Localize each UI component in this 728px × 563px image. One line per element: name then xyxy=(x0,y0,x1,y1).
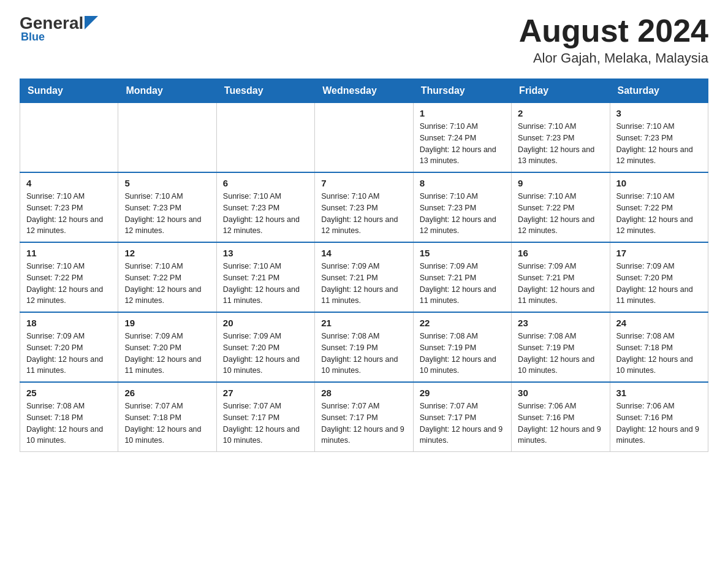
day-info-line: Sunrise: 7:08 AM xyxy=(321,332,379,340)
day-info-line: Daylight: 12 hours and 12 minutes. xyxy=(321,215,398,236)
day-info-line: Sunrise: 7:10 AM xyxy=(420,122,478,131)
day-info-line: Daylight: 12 hours and 12 minutes. xyxy=(124,215,201,236)
calendar-cell: 2Sunrise: 7:10 AMSunset: 7:23 PMDaylight… xyxy=(512,103,610,173)
day-info-line: Sunset: 7:24 PM xyxy=(420,134,476,142)
day-info-line: Sunset: 7:22 PM xyxy=(518,204,574,212)
day-info-line: Sunrise: 7:06 AM xyxy=(518,402,576,410)
day-info-line: Daylight: 12 hours and 11 minutes. xyxy=(124,355,201,375)
day-info-line: Daylight: 12 hours and 12 minutes. xyxy=(518,215,594,236)
day-info-line: Daylight: 12 hours and 10 minutes. xyxy=(518,355,594,375)
day-info-line: Sunset: 7:20 PM xyxy=(26,343,83,352)
calendar-cell: 4Sunrise: 7:10 AMSunset: 7:23 PMDaylight… xyxy=(20,172,118,242)
calendar-cell: 19Sunrise: 7:09 AMSunset: 7:20 PMDayligh… xyxy=(118,312,216,382)
day-info: Sunrise: 7:10 AMSunset: 7:23 PMDaylight:… xyxy=(223,191,308,237)
day-info: Sunrise: 7:10 AMSunset: 7:23 PMDaylight:… xyxy=(616,121,702,167)
day-info-line: Daylight: 12 hours and 9 minutes. xyxy=(420,425,503,445)
calendar-cell: 25Sunrise: 7:08 AMSunset: 7:18 PMDayligh… xyxy=(20,382,118,452)
day-info-line: Sunset: 7:19 PM xyxy=(321,343,377,352)
calendar-cell: 22Sunrise: 7:08 AMSunset: 7:19 PMDayligh… xyxy=(413,312,511,382)
day-number: 24 xyxy=(616,318,702,328)
day-number: 4 xyxy=(26,178,112,188)
day-info-line: Sunset: 7:17 PM xyxy=(420,413,476,422)
day-info-line: Sunset: 7:20 PM xyxy=(223,343,279,352)
day-info-line: Sunrise: 7:10 AM xyxy=(223,192,281,201)
day-info-line: Sunrise: 7:09 AM xyxy=(420,262,478,270)
calendar-table: SundayMondayTuesdayWednesdayThursdayFrid… xyxy=(20,79,708,452)
day-info-line: Sunrise: 7:10 AM xyxy=(518,192,576,201)
day-number: 29 xyxy=(420,388,505,398)
day-info-line: Sunrise: 7:09 AM xyxy=(124,332,183,340)
calendar-cell: 12Sunrise: 7:10 AMSunset: 7:22 PMDayligh… xyxy=(118,242,216,312)
day-number: 12 xyxy=(124,248,210,258)
calendar-cell: 10Sunrise: 7:10 AMSunset: 7:22 PMDayligh… xyxy=(610,172,708,242)
day-number: 5 xyxy=(124,178,210,188)
day-number: 31 xyxy=(616,388,702,398)
day-info: Sunrise: 7:07 AMSunset: 7:17 PMDaylight:… xyxy=(420,400,505,446)
day-info-line: Daylight: 12 hours and 11 minutes. xyxy=(616,285,693,305)
day-info-line: Daylight: 12 hours and 10 minutes. xyxy=(420,355,496,375)
day-info-line: Sunset: 7:22 PM xyxy=(616,204,673,212)
day-info-line: Sunrise: 7:08 AM xyxy=(616,332,675,340)
day-info: Sunrise: 7:10 AMSunset: 7:23 PMDaylight:… xyxy=(124,191,210,237)
calendar-cell: 14Sunrise: 7:09 AMSunset: 7:21 PMDayligh… xyxy=(315,242,413,312)
day-info-line: Sunrise: 7:10 AM xyxy=(616,192,675,201)
day-info: Sunrise: 7:09 AMSunset: 7:20 PMDaylight:… xyxy=(616,261,702,307)
day-info-line: Sunset: 7:17 PM xyxy=(321,413,377,422)
day-info-line: Daylight: 12 hours and 9 minutes. xyxy=(321,425,404,445)
logo-text-general: General xyxy=(20,15,83,32)
day-number: 20 xyxy=(223,318,308,328)
svg-marker-0 xyxy=(85,16,98,29)
day-number: 21 xyxy=(321,318,406,328)
day-info: Sunrise: 7:08 AMSunset: 7:18 PMDaylight:… xyxy=(616,331,702,377)
calendar-cell: 13Sunrise: 7:10 AMSunset: 7:21 PMDayligh… xyxy=(216,242,314,312)
day-info-line: Sunset: 7:21 PM xyxy=(223,274,279,282)
day-info-line: Sunrise: 7:08 AM xyxy=(420,332,478,340)
day-info: Sunrise: 7:07 AMSunset: 7:18 PMDaylight:… xyxy=(124,400,210,446)
day-number: 9 xyxy=(518,178,603,188)
day-info-line: Sunset: 7:23 PM xyxy=(26,204,83,212)
day-info-line: Daylight: 12 hours and 12 minutes. xyxy=(616,145,693,166)
day-info-line: Sunrise: 7:09 AM xyxy=(616,262,675,270)
day-number: 30 xyxy=(518,388,603,398)
day-info: Sunrise: 7:10 AMSunset: 7:24 PMDaylight:… xyxy=(420,121,505,167)
day-number: 15 xyxy=(420,248,505,258)
day-number: 2 xyxy=(518,108,603,118)
day-number: 28 xyxy=(321,388,406,398)
day-info: Sunrise: 7:10 AMSunset: 7:22 PMDaylight:… xyxy=(26,261,112,307)
day-info: Sunrise: 7:10 AMSunset: 7:22 PMDaylight:… xyxy=(616,191,702,237)
calendar-cell: 17Sunrise: 7:09 AMSunset: 7:20 PMDayligh… xyxy=(610,242,708,312)
day-info: Sunrise: 7:09 AMSunset: 7:21 PMDaylight:… xyxy=(321,261,406,307)
title-area: August 2024 Alor Gajah, Melaka, Malaysia xyxy=(519,15,708,66)
calendar-week-row: 18Sunrise: 7:09 AMSunset: 7:20 PMDayligh… xyxy=(20,312,708,382)
day-info-line: Sunrise: 7:09 AM xyxy=(321,262,379,270)
calendar-cell: 18Sunrise: 7:09 AMSunset: 7:20 PMDayligh… xyxy=(20,312,118,382)
calendar-cell: 30Sunrise: 7:06 AMSunset: 7:16 PMDayligh… xyxy=(512,382,610,452)
calendar-cell: 6Sunrise: 7:10 AMSunset: 7:23 PMDaylight… xyxy=(216,172,314,242)
day-info-line: Daylight: 12 hours and 11 minutes. xyxy=(26,355,103,375)
header-wednesday: Wednesday xyxy=(315,79,413,103)
calendar-cell: 29Sunrise: 7:07 AMSunset: 7:17 PMDayligh… xyxy=(413,382,511,452)
day-info: Sunrise: 7:07 AMSunset: 7:17 PMDaylight:… xyxy=(223,400,308,446)
day-info-line: Sunset: 7:19 PM xyxy=(518,343,574,352)
calendar-cell xyxy=(315,103,413,173)
day-info-line: Sunrise: 7:10 AM xyxy=(124,262,183,270)
day-info-line: Sunrise: 7:07 AM xyxy=(124,402,183,410)
day-info-line: Daylight: 12 hours and 11 minutes. xyxy=(518,285,594,305)
calendar-cell xyxy=(118,103,216,173)
day-info: Sunrise: 7:09 AMSunset: 7:21 PMDaylight:… xyxy=(518,261,603,307)
calendar-cell: 31Sunrise: 7:06 AMSunset: 7:16 PMDayligh… xyxy=(610,382,708,452)
day-number: 16 xyxy=(518,248,603,258)
day-info-line: Sunrise: 7:07 AM xyxy=(321,402,379,410)
day-info-line: Daylight: 12 hours and 10 minutes. xyxy=(223,355,300,375)
day-number: 1 xyxy=(420,108,505,118)
day-info: Sunrise: 7:09 AMSunset: 7:20 PMDaylight:… xyxy=(26,331,112,377)
day-number: 27 xyxy=(223,388,308,398)
day-info-line: Daylight: 12 hours and 10 minutes. xyxy=(321,355,398,375)
day-info-line: Daylight: 12 hours and 12 minutes. xyxy=(26,215,103,236)
day-info-line: Sunrise: 7:10 AM xyxy=(616,122,675,131)
day-number: 14 xyxy=(321,248,406,258)
day-info-line: Sunrise: 7:10 AM xyxy=(420,192,478,201)
day-info-line: Sunrise: 7:10 AM xyxy=(223,262,281,270)
day-info-line: Sunset: 7:22 PM xyxy=(124,274,181,282)
day-info-line: Sunset: 7:16 PM xyxy=(518,413,574,422)
